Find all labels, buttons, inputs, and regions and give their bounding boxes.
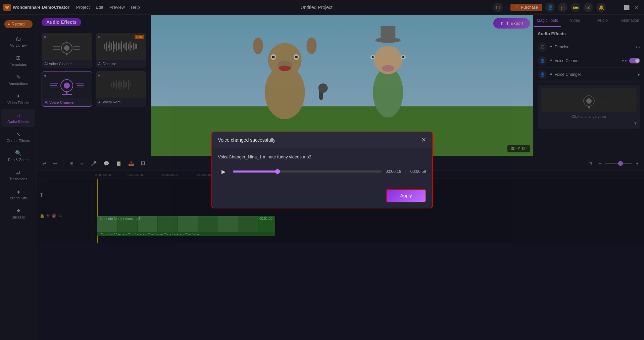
- time-total: 00:00:59: [410, 169, 426, 174]
- progress-thumb: [275, 169, 280, 174]
- time-divider: |: [405, 169, 406, 174]
- apply-button[interactable]: Apply: [386, 189, 426, 202]
- dialog-body: VoiceChanger_Nina_1 minute funny videos.…: [212, 148, 432, 184]
- dialog-header: Voice changed successfully ✕: [212, 132, 432, 148]
- dialog-filename: VoiceChanger_Nina_1 minute funny videos.…: [218, 154, 426, 159]
- time-current: 00:00:18: [386, 169, 401, 174]
- audio-player: ▶ 00:00:18 | 00:00:59: [218, 166, 426, 177]
- dialog-close-button[interactable]: ✕: [421, 137, 426, 143]
- play-button[interactable]: ▶: [218, 166, 229, 177]
- dialog-overlay[interactable]: Voice changed successfully ✕ VoiceChange…: [0, 0, 644, 340]
- dialog-footer: Apply: [212, 184, 432, 208]
- voice-changed-dialog: Voice changed successfully ✕ VoiceChange…: [211, 132, 433, 208]
- progress-fill: [233, 171, 278, 173]
- dialog-title: Voice changed successfully: [218, 137, 276, 143]
- progress-bar[interactable]: [233, 171, 382, 173]
